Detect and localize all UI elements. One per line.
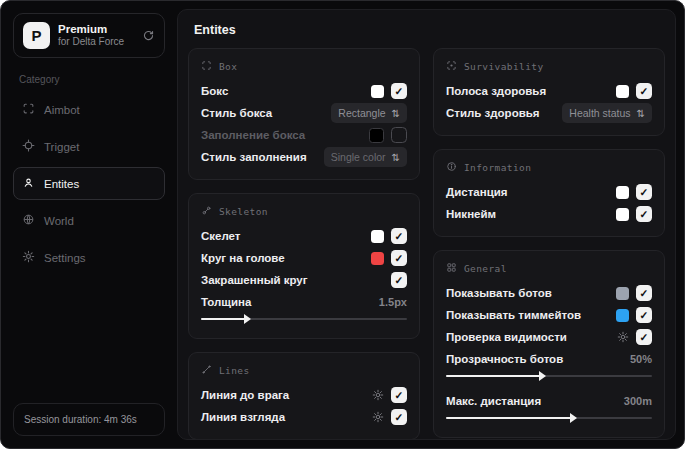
checkbox[interactable]: [391, 250, 407, 266]
setting-row-filled-circle: Закрашенный круг: [201, 269, 407, 291]
checkbox[interactable]: [391, 409, 407, 425]
checkbox[interactable]: [391, 272, 407, 288]
setting-label: Стиль заполнения: [201, 151, 324, 163]
setting-label: Прозрачность ботов: [446, 353, 630, 365]
checkbox[interactable]: [636, 285, 652, 301]
checkbox[interactable]: [636, 307, 652, 323]
section-survivability: Survivability Полоса здоровья Стиль здор…: [433, 48, 665, 136]
setting-row-skeleton: Скелет: [201, 225, 407, 247]
gear-icon[interactable]: [372, 411, 384, 423]
color-swatch[interactable]: [616, 85, 629, 98]
unfold-icon: [392, 107, 400, 119]
setting-label: Проверка видимости: [446, 331, 617, 343]
section-skeleton: Skeleton Скелет Круг на голове: [188, 193, 420, 339]
setting-label: Полоса здоровья: [446, 85, 616, 97]
setting-row-box-fill: Заполнение бокса: [201, 124, 407, 146]
sidebar-item-aimbot[interactable]: Aimbot: [13, 93, 165, 126]
brand-subtitle: for Delta Force: [58, 36, 134, 49]
thickness-slider[interactable]: [201, 315, 407, 323]
setting-label: Никнейм: [446, 208, 616, 220]
sidebar-item-trigget[interactable]: Trigget: [13, 130, 165, 163]
setting-row-health-style: Стиль здоровья Health status: [446, 102, 652, 124]
checkbox[interactable]: [636, 329, 652, 345]
color-swatch[interactable]: [371, 252, 384, 265]
setting-row-view-line: Линия взгляда: [201, 406, 407, 428]
section-header: Survivability: [464, 61, 544, 72]
page-title: Entites: [194, 23, 665, 37]
gear-icon[interactable]: [372, 389, 384, 401]
setting-row-box: Бокс: [201, 80, 407, 102]
checkbox[interactable]: [636, 83, 652, 99]
refresh-icon[interactable]: [142, 29, 155, 42]
bone-icon: [201, 205, 212, 218]
checkbox[interactable]: [391, 228, 407, 244]
unfold-icon: [637, 107, 645, 119]
color-swatch[interactable]: [616, 208, 629, 221]
slider-thumb[interactable]: [244, 314, 251, 324]
health-style-dropdown[interactable]: Health status: [562, 103, 652, 123]
checkbox[interactable]: [391, 83, 407, 99]
max-distance-slider[interactable]: [446, 414, 652, 422]
globe-icon: [22, 213, 35, 228]
sidebar-item-label: Settings: [44, 252, 86, 264]
checkbox[interactable]: [636, 206, 652, 222]
section-general: General Показывать ботов Показывать тимм…: [433, 250, 665, 438]
setting-row-distance: Дистанция: [446, 181, 652, 203]
color-swatch[interactable]: [616, 186, 629, 199]
box-style-dropdown[interactable]: Rectangle: [331, 103, 407, 123]
slider-thumb[interactable]: [570, 413, 577, 423]
checkbox[interactable]: [391, 127, 407, 143]
gear-icon[interactable]: [617, 331, 629, 343]
setting-row-thickness: Толщина 1.5px: [201, 291, 407, 313]
sidebar-item-label: Trigget: [44, 141, 79, 153]
setting-label: Толщина: [201, 296, 379, 308]
sidebar-item-entites[interactable]: Entites: [13, 167, 165, 200]
sidebar-item-settings[interactable]: Settings: [13, 241, 165, 274]
setting-row-head-circle: Круг на голове: [201, 247, 407, 269]
setting-label: Макс. дистанция: [446, 395, 624, 407]
setting-row-nickname: Никнейм: [446, 203, 652, 225]
section-header: Lines: [219, 365, 250, 376]
setting-label: Показывать ботов: [446, 287, 616, 299]
setting-row-show-teammates: Показывать тиммейтов: [446, 304, 652, 326]
color-swatch[interactable]: [616, 309, 629, 322]
section-header: Box: [219, 61, 237, 72]
slider-thumb[interactable]: [539, 371, 546, 381]
line-icon: [201, 364, 212, 377]
sidebar-item-label: Aimbot: [44, 104, 80, 116]
fill-style-dropdown[interactable]: Single color: [324, 147, 407, 167]
brand-title: Premium: [58, 22, 134, 36]
viewfinder-icon: [22, 102, 35, 117]
setting-label: Стиль здоровья: [446, 107, 562, 119]
setting-label: Линия взгляда: [201, 411, 372, 423]
right-column: Survivability Полоса здоровья Стиль здор…: [433, 48, 665, 440]
category-label: Category: [19, 74, 169, 85]
checkbox[interactable]: [636, 184, 652, 200]
sidebar-item-world[interactable]: World: [13, 204, 165, 237]
main-panel: Entites Box Бокс: [177, 9, 676, 440]
color-swatch[interactable]: [371, 85, 384, 98]
setting-label: Скелет: [201, 230, 371, 242]
checkbox[interactable]: [391, 387, 407, 403]
setting-row-enemy-line: Линия до врага: [201, 384, 407, 406]
person-icon: [22, 176, 35, 191]
setting-row-visibility-check: Проверка видимости: [446, 326, 652, 348]
grid-icon: [446, 262, 457, 275]
section-box: Box Бокс Стиль бокса Rectangle: [188, 48, 420, 180]
color-swatch[interactable]: [371, 230, 384, 243]
slider-value: 50%: [630, 353, 652, 365]
setting-label: Закрашенный круг: [201, 274, 391, 286]
survivability-icon: [446, 60, 457, 73]
color-swatch[interactable]: [616, 287, 629, 300]
sidebar-item-label: World: [44, 215, 74, 227]
sidebar: P Premium for Delta Force Category Aimbo…: [1, 1, 169, 448]
brand-card: P Premium for Delta Force: [13, 13, 165, 58]
setting-row-show-bots: Показывать ботов: [446, 282, 652, 304]
brand-logo: P: [23, 22, 50, 49]
color-swatch[interactable]: [369, 128, 384, 143]
session-duration: Session duration: 4m 36s: [13, 403, 165, 436]
section-information: Information Дистанция Никнейм: [433, 149, 665, 237]
section-header: General: [464, 263, 507, 274]
section-header: Skeleton: [219, 206, 268, 217]
bots-opacity-slider[interactable]: [446, 372, 652, 380]
